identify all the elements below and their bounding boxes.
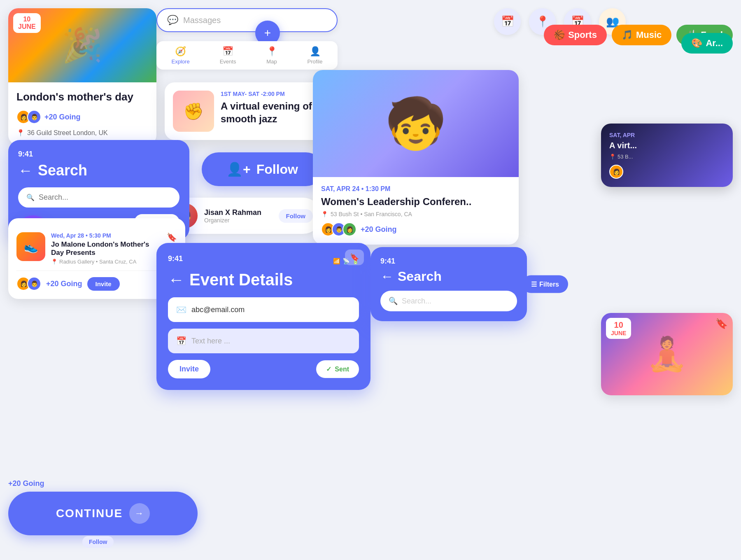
ed-title-text: Event Details — [189, 271, 293, 289]
going-invite-row: 👩 👨 +20 Going Invite — [16, 271, 177, 291]
ed-text-placeholder: Text here ... — [191, 337, 230, 345]
sports-label: Sports — [568, 30, 597, 40]
going-count: +20 Going — [46, 280, 82, 288]
leadership-location-icon: 📍 — [321, 211, 328, 217]
chat-icon: 💬 — [167, 15, 178, 26]
scr-search-icon: 🔍 — [389, 296, 398, 306]
search-input[interactable] — [39, 193, 171, 202]
rjc-date-month: JUNE — [611, 330, 626, 336]
ed-invite-button[interactable]: Invite — [168, 360, 210, 378]
events-icon: 📅 — [222, 46, 233, 57]
nav-search-text[interactable]: Massages — [183, 16, 221, 25]
music-pill[interactable]: 🎵 Music — [612, 25, 671, 45]
london-date-month: JUNE — [18, 23, 36, 30]
rjc-bookmark-icon[interactable]: 🔖 — [715, 318, 728, 329]
leadership-image: 🧒 — [313, 70, 519, 177]
event-bookmark-icon[interactable]: 🔖 — [167, 232, 177, 242]
art-pill[interactable]: 🎨 Ar... — [681, 33, 733, 54]
london-card-title: London's mother's day — [16, 91, 148, 103]
bottom-going-label: +20 Going — [8, 479, 44, 488]
bottom-follow-button[interactable]: Follow — [82, 536, 114, 548]
rvc-location-text: 53 B... — [618, 154, 633, 160]
event-details-card: 9:41 📶 📡 🔋 🔖 ← Event Details ✉️ 📅 Text h… — [156, 243, 370, 390]
follow-label: Follow — [256, 162, 298, 177]
calendar-icon-circle[interactable]: 📅 — [494, 8, 521, 35]
follow-button[interactable]: 👤+ Follow — [202, 152, 323, 186]
ed-bookmark-icon[interactable]: 🔖 — [345, 250, 364, 265]
london-card: 10 JUNE 🎉 London's mother's day 👩 👨 +20 … — [8, 8, 156, 145]
london-card-content: London's mother's day 👩 👨 +20 Going 📍 36… — [8, 82, 156, 145]
sports-icon: 🏀 — [554, 30, 565, 40]
rvc-location-icon: 📍 — [609, 154, 616, 160]
ed-back-arrow[interactable]: ← — [168, 271, 184, 289]
map-icon: 📍 — [266, 46, 277, 57]
continue-button[interactable]: CONTINUE → — [8, 492, 198, 535]
search-card-right: 9:41 ← Search 🔍 Search... ☰ Filters — [370, 247, 527, 321]
bottom-going-text: +20 Going — [8, 478, 44, 488]
rjc-date-badge: 10 JUNE — [606, 318, 631, 339]
ed-title: ← Event Details — [168, 271, 359, 289]
leadership-location-text: 53 Bush St • San Francisco, CA — [331, 211, 412, 217]
event-thumbnail: 👟 — [16, 232, 45, 261]
rjc-image: 10 JUNE 🔖 🧘 — [601, 313, 733, 395]
london-date-badge: 10 JUNE — [13, 13, 41, 33]
music-icon: 🎵 — [622, 30, 633, 40]
ed-text-field[interactable]: 📅 Text here ... — [168, 329, 359, 353]
search-input-container: 🔍 — [18, 187, 179, 208]
location-icon: 📍 — [51, 259, 58, 265]
scr-filters-button[interactable]: ☰ Filters — [522, 275, 568, 293]
event-title: Jo Malone London's Mother's Day Presents — [51, 240, 161, 257]
email-input[interactable] — [191, 306, 351, 314]
explore-icon: 🧭 — [175, 46, 186, 57]
right-virtual-card: SAT, APR A virt... 📍 53 B... 👩 — [601, 124, 733, 187]
tab-profile-label: Profile — [308, 58, 323, 65]
profile-icon: 👤 — [310, 46, 321, 57]
tab-events[interactable]: 📅 Events — [220, 46, 236, 65]
scr-filters-container: ☰ Filters — [522, 275, 568, 293]
london-avatars-row: 👩 👨 +20 Going — [16, 110, 148, 124]
rvc-avatar: 👩 — [609, 165, 623, 179]
london-location-text: 36 Guild Street London, UK — [27, 129, 108, 137]
bottom-nav: 🧭 Explore 📅 Events 📍 Map 👤 Profile — [156, 41, 338, 70]
tab-map[interactable]: 📍 Map — [266, 46, 277, 65]
leadership-card: 🧒 SAT, APR 24 • 1:30 PM Women's Leadersh… — [313, 70, 519, 245]
tab-explore[interactable]: 🧭 Explore — [172, 46, 190, 65]
search-title-text: Search — [38, 162, 87, 179]
art-icon: 🎨 — [691, 38, 702, 49]
search-magnifier-icon: 🔍 — [26, 194, 35, 201]
london-card-image: 10 JUNE 🎉 — [8, 8, 156, 82]
tab-profile[interactable]: 👤 Profile — [308, 46, 323, 65]
tab-events-label: Events — [220, 58, 236, 65]
avatar-2: 👨 — [27, 110, 41, 124]
bottom-follow-container: Follow — [82, 536, 114, 548]
ed-email-field: ✉️ — [168, 297, 359, 322]
organizer-info: Jisan X Rahman Organizer — [204, 208, 272, 224]
calendar-small-icon: 📅 — [176, 336, 186, 346]
scr-title-text: Search — [398, 269, 442, 284]
signal-icon: 📶 — [333, 258, 340, 264]
scr-search-box: 🔍 Search... — [380, 291, 517, 311]
leadership-avatar-stack: 👩 👨 👩 — [321, 222, 357, 236]
organizer-follow-button[interactable]: Follow — [279, 209, 313, 223]
back-arrow-icon[interactable]: ← — [18, 162, 33, 179]
rvc-location: 📍 53 B... — [609, 154, 725, 160]
london-avatar-stack: 👩 👨 — [16, 110, 41, 124]
music-label: Music — [636, 30, 662, 40]
scr-back-arrow[interactable]: ← — [380, 269, 394, 284]
scr-filters-icon: ☰ — [531, 280, 537, 288]
continue-arrow-icon: → — [129, 503, 150, 524]
nav-search-bar[interactable]: 💬 Massages — [156, 8, 338, 32]
l-avatar-3: 👩 — [343, 222, 357, 236]
sports-pill[interactable]: 🏀 Sports — [544, 25, 607, 45]
continue-label: CONTINUE — [56, 507, 123, 520]
scr-search-placeholder: Search... — [402, 297, 431, 306]
ed-bookmark-container: 🔖 — [345, 250, 364, 265]
follow-icon: 👤+ — [226, 161, 251, 177]
ed-sent-button[interactable]: ✓ Sent — [316, 360, 359, 378]
checkmark-icon: ✓ — [326, 365, 331, 373]
invite-button[interactable]: Invite — [87, 277, 120, 291]
event-date: Wed, Apr 28 • 5:30 PM — [51, 232, 161, 239]
sent-label: Sent — [335, 366, 349, 373]
event-location-text: Radius Gallery • Santa Cruz, CA — [59, 259, 136, 265]
event-location: 📍 Radius Gallery • Santa Cruz, CA — [51, 259, 161, 265]
